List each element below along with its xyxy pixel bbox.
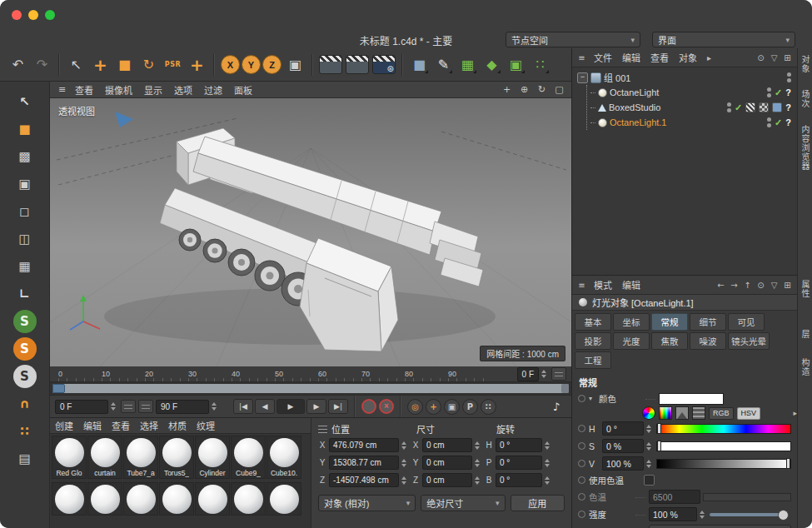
- apply-button[interactable]: 应用: [511, 495, 565, 511]
- render-view-button[interactable]: [319, 55, 342, 74]
- material-item[interactable]: [52, 482, 87, 516]
- end-frame-field[interactable]: 90 F: [156, 400, 209, 414]
- axis-modification-tool[interactable]: +: [186, 53, 208, 76]
- attribute-tab[interactable]: 工程: [575, 351, 611, 369]
- node-space-select[interactable]: 节点空间: [506, 32, 640, 47]
- value-stepper[interactable]: [401, 476, 409, 485]
- material-item[interactable]: Cylinder: [195, 436, 230, 479]
- y-axis-lock-button[interactable]: Y: [242, 55, 261, 74]
- render-picture-viewer-button[interactable]: [346, 55, 369, 74]
- range-end-handle[interactable]: [561, 384, 569, 393]
- tab-content-browser[interactable]: 内容浏览器: [800, 125, 811, 171]
- hsv-mode-button[interactable]: HSV: [737, 407, 761, 420]
- rotate-tool[interactable]: ↻: [137, 53, 160, 76]
- position-field[interactable]: -14507.498 cm: [329, 473, 399, 487]
- value-stepper[interactable]: [401, 459, 409, 467]
- texture-tile-icon[interactable]: ▤: [13, 447, 37, 471]
- image-picker-icon[interactable]: [675, 406, 689, 420]
- size-field[interactable]: 0 cm: [422, 438, 472, 452]
- material-item[interactable]: Tube7_a: [123, 436, 158, 479]
- materials-menu-item[interactable]: 查看: [107, 419, 135, 432]
- keyframe-dot[interactable]: [578, 395, 585, 402]
- scale-tool[interactable]: ■: [113, 53, 136, 76]
- value-stepper[interactable]: [646, 460, 654, 468]
- render-settings-button[interactable]: ⊛: [372, 55, 396, 74]
- point-mode-icon[interactable]: ◻: [13, 200, 37, 223]
- attribute-tab[interactable]: 镜头光晕: [728, 332, 770, 350]
- enabled-check-icon[interactable]: ✓: [775, 87, 782, 98]
- tab-takes[interactable]: 场次: [800, 90, 811, 108]
- value-stepper[interactable]: [401, 441, 409, 450]
- play-button[interactable]: ▶: [276, 399, 305, 414]
- materials-menu-item[interactable]: 材质: [163, 419, 192, 432]
- start-frame-stepper[interactable]: [111, 402, 118, 411]
- value-stepper[interactable]: [545, 459, 552, 467]
- pan-view-icon[interactable]: +: [500, 83, 514, 96]
- menu-icon[interactable]: [318, 426, 327, 433]
- timeline-track[interactable]: [52, 384, 569, 393]
- timeline-frame-field[interactable]: 0 F: [517, 367, 539, 381]
- parent-up-icon[interactable]: ↑: [741, 281, 754, 290]
- attribute-menu-item[interactable]: 模式: [589, 278, 617, 291]
- materials-menu-item[interactable]: 创建: [50, 419, 78, 432]
- light-type-select[interactable]: 区域光: [649, 525, 791, 528]
- material-item[interactable]: Cube10.: [267, 436, 301, 479]
- filter-icon[interactable]: ▽: [768, 53, 780, 62]
- quantize-icon[interactable]: ∷: [13, 420, 37, 443]
- compositing-tag-icon[interactable]: [745, 102, 755, 112]
- keyframe-dot[interactable]: [578, 460, 585, 467]
- history-back-icon[interactable]: ←: [715, 281, 727, 290]
- expand-icon[interactable]: ▾: [589, 395, 595, 402]
- hue-gradient-slider[interactable]: [656, 424, 791, 434]
- psr-tool[interactable]: PSR: [162, 53, 184, 76]
- attribute-tab[interactable]: 投影: [575, 332, 611, 350]
- interface-select[interactable]: 界面: [652, 32, 795, 47]
- attribute-tab[interactable]: 基本: [575, 313, 611, 331]
- layer-dots[interactable]: [727, 102, 731, 112]
- pen-tool-icon[interactable]: ✎: [432, 53, 455, 76]
- undo-button[interactable]: ↶: [7, 53, 29, 76]
- size-mode-select[interactable]: 绝对尺寸: [421, 495, 505, 511]
- cloner-icon[interactable]: ∷: [529, 53, 551, 76]
- end-frame-stepper[interactable]: [212, 402, 219, 411]
- object-label[interactable]: 组 001: [604, 71, 630, 84]
- make-editable-icon[interactable]: ■: [13, 117, 37, 141]
- use-temperature-checkbox[interactable]: [644, 475, 655, 486]
- position-field[interactable]: 476.079 cm: [329, 438, 399, 452]
- spline-pen-icon[interactable]: ∟: [13, 282, 37, 306]
- material-item[interactable]: [267, 482, 301, 516]
- value-stepper[interactable]: [475, 476, 482, 485]
- value-gradient-slider[interactable]: [656, 459, 791, 469]
- filter-icon[interactable]: ▽: [768, 281, 780, 290]
- object-menu-item[interactable]: 对象: [674, 51, 702, 64]
- viewport-menu-item[interactable]: 显示: [138, 83, 168, 97]
- layer-dots[interactable]: [767, 117, 771, 127]
- keyframe-dot[interactable]: [578, 511, 585, 518]
- texture-mode-icon[interactable]: ▩: [13, 145, 37, 168]
- attribute-tab[interactable]: 可见: [728, 313, 765, 331]
- zoom-window-button[interactable]: [45, 10, 55, 20]
- attribute-tab[interactable]: 细节: [690, 313, 726, 331]
- layout-icon[interactable]: ⊞: [781, 281, 794, 290]
- x-axis-lock-button[interactable]: X: [221, 55, 240, 74]
- value-stepper[interactable]: [646, 442, 654, 451]
- sound-toggle[interactable]: ♪: [546, 399, 566, 414]
- material-item[interactable]: [123, 482, 158, 516]
- frame-stepper[interactable]: [541, 370, 549, 378]
- primitive-cube-icon[interactable]: ■: [408, 53, 431, 76]
- record-scale-toggle[interactable]: +: [426, 399, 441, 415]
- size-field[interactable]: 0 cm: [422, 456, 472, 470]
- deformer-icon[interactable]: ◆: [481, 53, 503, 76]
- value-stepper[interactable]: [700, 511, 707, 519]
- material-tag-icon[interactable]: [772, 102, 782, 112]
- layer-dots[interactable]: [787, 72, 791, 82]
- hue-field[interactable]: 0 °: [602, 421, 644, 436]
- keyframe-dot[interactable]: [578, 425, 585, 432]
- saturation-field[interactable]: 0 %: [602, 439, 644, 453]
- keyframe-nav-button[interactable]: [121, 400, 136, 413]
- object-menu-item[interactable]: 文件: [589, 51, 617, 64]
- value-stepper[interactable]: [545, 476, 552, 485]
- panel-icon[interactable]: ≡: [575, 53, 588, 62]
- material-item[interactable]: [159, 482, 194, 516]
- value-stepper[interactable]: [646, 425, 654, 433]
